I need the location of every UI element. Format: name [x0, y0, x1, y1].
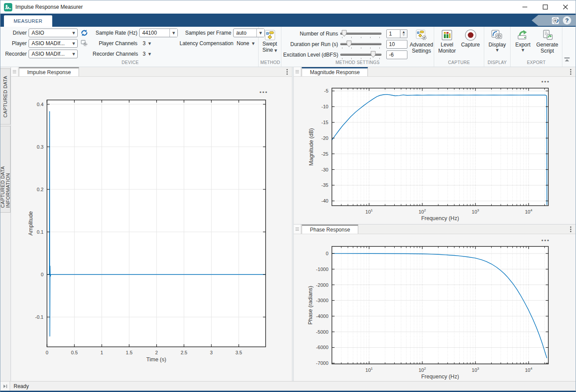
- chevron-down-icon: ▼: [71, 52, 76, 56]
- preferences-gear-icon[interactable]: [551, 16, 560, 25]
- capture-button[interactable]: Capture: [459, 28, 482, 60]
- recorder-channels-dropdown[interactable]: 3▼: [139, 51, 178, 57]
- svg-text:104: 104: [525, 208, 533, 214]
- capture-record-icon: [464, 29, 477, 42]
- panel-grip-icon[interactable]: [294, 67, 301, 76]
- device-settings-gear-icon[interactable]: [79, 39, 89, 48]
- tab-impulse-response[interactable]: Impulse Response: [19, 67, 79, 76]
- svg-text:1: 1: [101, 350, 103, 355]
- phase-response-chart: -7000-6000-5000-4000-3000-2000-100001011…: [294, 234, 576, 383]
- svg-text:-2000: -2000: [316, 282, 328, 288]
- collapse-toolstrip-button[interactable]: [564, 56, 570, 64]
- svg-text:0.3: 0.3: [37, 144, 43, 150]
- driver-combo[interactable]: ASIO▼: [29, 29, 78, 37]
- duration-per-run-slider[interactable]: [340, 40, 382, 49]
- panel-grip-icon[interactable]: [11, 67, 18, 76]
- refresh-devices-icon[interactable]: [79, 28, 89, 38]
- excitation-level-label: Excitation Level (dBFS): [283, 52, 338, 58]
- tab-measurer[interactable]: MEASURER: [4, 15, 52, 27]
- chevron-down-icon: ▼: [148, 52, 151, 56]
- display-section-label: DISPLAY: [486, 60, 508, 67]
- latency-compensation-label: Latency Compensation: [180, 40, 231, 46]
- maximize-button[interactable]: [535, 0, 555, 14]
- player-label: Player: [4, 40, 27, 46]
- tab-magnitude-response[interactable]: Magnitude Response: [302, 67, 368, 76]
- impulse-response-chart: -0.100.10.20.30.400.511.522.533.5Time (s…: [11, 77, 292, 383]
- svg-text:2: 2: [155, 350, 158, 355]
- svg-text:0.5: 0.5: [71, 350, 78, 355]
- chevron-down-icon: ▼: [522, 48, 524, 53]
- panel-menu-icon[interactable]: [566, 67, 576, 76]
- svg-text:-40: -40: [321, 198, 328, 203]
- minimize-button[interactable]: [515, 0, 535, 14]
- section-display: Display ▼ DISPLAY: [484, 27, 511, 67]
- panel-menu-icon[interactable]: [566, 225, 576, 234]
- magnitude-response-panel: Magnitude Response ••• -40-35-30-25-20-1…: [294, 67, 576, 224]
- axes-options-icon[interactable]: •••: [259, 91, 268, 94]
- export-button[interactable]: Export ▼: [512, 28, 533, 60]
- level-monitor-button[interactable]: Level Monitor: [436, 28, 458, 60]
- chevron-down-icon: ▼: [148, 42, 151, 46]
- axes-options-icon[interactable]: •••: [541, 80, 550, 84]
- magnitude-plot-area: ••• -40-35-30-25-20-15-10-5101102103104F…: [294, 77, 576, 224]
- ribbon-tabstrip: MEASURER ?: [0, 14, 576, 27]
- device-section-label: DEVICE: [4, 60, 256, 67]
- generate-script-button[interactable]: Generate Script: [534, 28, 560, 60]
- svg-text:2.5: 2.5: [180, 350, 187, 355]
- player-channels-dropdown[interactable]: 3▼: [139, 40, 178, 46]
- advanced-settings-button[interactable]: Advanced Settings: [411, 28, 432, 60]
- svg-text:0.1: 0.1: [37, 229, 43, 235]
- duration-per-run-field[interactable]: 10: [386, 40, 407, 49]
- number-of-runs-slider[interactable]: [340, 29, 382, 38]
- swept-sine-button[interactable]: Swept Sine ▼: [260, 28, 279, 60]
- method-settings-section-label: METHOD SETTINGS: [283, 60, 432, 67]
- svg-text:101: 101: [365, 208, 373, 214]
- svg-text:Magnitude (dB): Magnitude (dB): [308, 128, 314, 165]
- duration-per-run-label: Duration per Run (s): [283, 41, 338, 47]
- svg-text:103: 103: [472, 367, 479, 373]
- svg-text:Frequency (Hz): Frequency (Hz): [421, 215, 459, 221]
- spinner-buttons[interactable]: ▲▼: [400, 29, 407, 38]
- tab-phase-response[interactable]: Phase Response: [302, 225, 358, 234]
- svg-text:1.5: 1.5: [126, 350, 133, 355]
- toolstrip: Driver ASIO▼ Sample Rate (Hz) 44100▼ Sam…: [0, 27, 576, 67]
- expand-statusbar-icon[interactable]: [0, 381, 10, 391]
- number-of-runs-field[interactable]: 1 ▲▼: [386, 29, 409, 38]
- capture-section-label: CAPTURE: [436, 60, 482, 67]
- svg-text:-30: -30: [321, 167, 328, 172]
- player-combo[interactable]: ASIO MADIf...▼: [29, 39, 78, 48]
- svg-text:-3000: -3000: [316, 298, 328, 303]
- display-button[interactable]: Display ▼: [486, 28, 508, 60]
- panel-grip-icon[interactable]: [294, 225, 301, 234]
- svg-text:Frequency (Hz): Frequency (Hz): [421, 374, 459, 380]
- section-method: Swept Sine ▼ METHOD: [259, 27, 281, 67]
- window-title: Impulse Response Measurer: [15, 4, 515, 10]
- sidebar-tab-captured-data[interactable]: CAPTURED DATA: [0, 68, 11, 125]
- svg-text:-5000: -5000: [316, 329, 328, 335]
- svg-text:-20: -20: [321, 135, 328, 141]
- export-icon: [517, 29, 529, 42]
- app-window: Impulse Response Measurer MEASURER ? Dri…: [0, 0, 576, 392]
- svg-text:Phase (radians): Phase (radians): [307, 286, 313, 324]
- recorder-combo[interactable]: ASIO MADIf...▼: [29, 50, 78, 58]
- svg-text:0: 0: [46, 350, 48, 355]
- generate-script-icon: [542, 29, 553, 42]
- excitation-level-field[interactable]: -6: [386, 50, 407, 59]
- slider-thumb: [346, 40, 352, 47]
- method-section-label: METHOD: [260, 60, 279, 67]
- panel-menu-icon[interactable]: [282, 67, 292, 76]
- help-icon[interactable]: ?: [563, 16, 571, 25]
- driver-label: Driver: [4, 30, 27, 36]
- sample-rate-combo[interactable]: 44100▼: [139, 29, 178, 37]
- excitation-level-slider[interactable]: [340, 50, 382, 59]
- section-export: Export ▼ Generate Script EXPORT: [511, 27, 562, 67]
- svg-text:-1000: -1000: [316, 267, 328, 272]
- axes-options-icon[interactable]: •••: [541, 239, 550, 242]
- number-of-runs-label: Number of Runs: [283, 31, 338, 37]
- magnitude-response-chart: -40-35-30-25-20-15-10-5101102103104Frequ…: [294, 77, 576, 226]
- sidebar-tab-captured-data-information[interactable]: CAPTURED DATA INFORMATION: [0, 126, 11, 213]
- close-button[interactable]: [555, 0, 576, 14]
- svg-text:-0.1: -0.1: [35, 314, 43, 320]
- svg-text:104: 104: [525, 367, 533, 373]
- svg-text:Time (s): Time (s): [146, 356, 166, 363]
